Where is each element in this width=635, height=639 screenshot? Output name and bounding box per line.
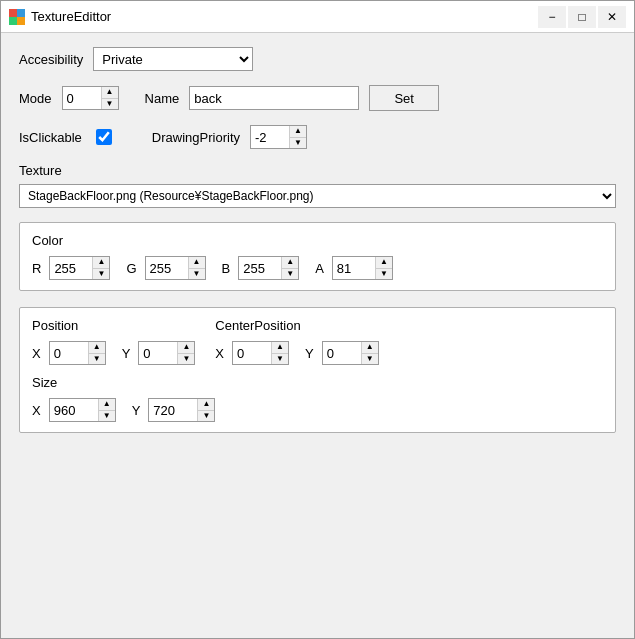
- color-b-spinner[interactable]: ▲ ▼: [238, 256, 299, 280]
- center-xy-row: X ▲ ▼ Y ▲: [215, 341, 378, 365]
- size-y-input[interactable]: [149, 399, 197, 421]
- size-x-label: X: [32, 403, 41, 418]
- size-x-input[interactable]: [50, 399, 98, 421]
- isclickable-row: IsClickable DrawingPriority ▲ ▼: [19, 125, 616, 149]
- texture-label: Texture: [19, 163, 616, 178]
- position-y-spinner[interactable]: ▲ ▼: [138, 341, 195, 365]
- position-x-input[interactable]: [50, 342, 88, 364]
- position-y-input[interactable]: [139, 342, 177, 364]
- size-x-spinner[interactable]: ▲ ▼: [49, 398, 116, 422]
- mode-spin-up[interactable]: ▲: [102, 87, 118, 99]
- size-x-spin-down[interactable]: ▼: [99, 411, 115, 422]
- size-y-spin-down[interactable]: ▼: [198, 411, 214, 422]
- color-b-spin-buttons: ▲ ▼: [281, 257, 298, 279]
- texture-select[interactable]: StageBackFloor.png (Resource¥StageBackFl…: [19, 184, 616, 208]
- mode-spinner[interactable]: ▲ ▼: [62, 86, 119, 110]
- color-a-spin-down[interactable]: ▼: [376, 269, 392, 280]
- drawing-priority-spin-up[interactable]: ▲: [290, 126, 306, 138]
- position-y-spin-up[interactable]: ▲: [178, 342, 194, 354]
- color-b-spin-down[interactable]: ▼: [282, 269, 298, 280]
- center-position-title: CenterPosition: [215, 318, 378, 333]
- mode-label: Mode: [19, 91, 52, 106]
- size-title: Size: [32, 375, 603, 390]
- center-x-label: X: [215, 346, 224, 361]
- size-x-spin-up[interactable]: ▲: [99, 399, 115, 411]
- center-y-spinner[interactable]: ▲ ▼: [322, 341, 379, 365]
- size-y-spinner[interactable]: ▲ ▼: [148, 398, 215, 422]
- color-r-spin-up[interactable]: ▲: [93, 257, 109, 269]
- color-a-input[interactable]: [333, 257, 375, 279]
- color-b-label: B: [222, 261, 231, 276]
- color-g-label: G: [126, 261, 136, 276]
- main-window: TextureEdittor − □ ✕ Accesibility Privat…: [0, 0, 635, 639]
- color-g-spin-down[interactable]: ▼: [189, 269, 205, 280]
- minimize-button[interactable]: −: [538, 6, 566, 28]
- position-x-label: X: [32, 346, 41, 361]
- svg-rect-1: [17, 9, 25, 17]
- window-controls: − □ ✕: [538, 6, 626, 28]
- center-y-label: Y: [305, 346, 314, 361]
- position-y-label: Y: [122, 346, 131, 361]
- name-input[interactable]: [189, 86, 359, 110]
- color-b-input[interactable]: [239, 257, 281, 279]
- color-a-spinner[interactable]: ▲ ▼: [332, 256, 393, 280]
- size-y-spin-up[interactable]: ▲: [198, 399, 214, 411]
- center-y-spin-buttons: ▲ ▼: [361, 342, 378, 364]
- app-icon: [9, 9, 25, 25]
- name-label: Name: [145, 91, 180, 106]
- maximize-button[interactable]: □: [568, 6, 596, 28]
- center-position-section: CenterPosition X ▲ ▼ Y: [215, 318, 378, 365]
- color-title: Color: [32, 233, 603, 248]
- color-g-spin-buttons: ▲ ▼: [188, 257, 205, 279]
- color-r-spinner[interactable]: ▲ ▼: [49, 256, 110, 280]
- mode-name-row: Mode ▲ ▼ Name Set: [19, 85, 616, 111]
- isclickable-checkbox[interactable]: [96, 129, 112, 145]
- position-y-spin-down[interactable]: ▼: [178, 354, 194, 365]
- color-b-spin-up[interactable]: ▲: [282, 257, 298, 269]
- position-xy-row: X ▲ ▼ Y ▲: [32, 341, 195, 365]
- title-bar: TextureEdittor − □ ✕: [1, 1, 634, 33]
- content-area: Accesibility Private Mode ▲ ▼ Name Set I…: [1, 33, 634, 638]
- size-section: Size X ▲ ▼ Y ▲ ▼: [32, 375, 603, 422]
- accessibility-label: Accesibility: [19, 52, 83, 67]
- color-a-label: A: [315, 261, 324, 276]
- center-x-input[interactable]: [233, 342, 271, 364]
- center-y-spin-up[interactable]: ▲: [362, 342, 378, 354]
- color-g-spinner[interactable]: ▲ ▼: [145, 256, 206, 280]
- accessibility-select[interactable]: Private: [93, 47, 253, 71]
- size-x-spin-buttons: ▲ ▼: [98, 399, 115, 421]
- color-r-label: R: [32, 261, 41, 276]
- color-g-input[interactable]: [146, 257, 188, 279]
- center-x-spinner[interactable]: ▲ ▼: [232, 341, 289, 365]
- drawing-priority-spinner[interactable]: ▲ ▼: [250, 125, 307, 149]
- drawing-priority-label: DrawingPriority: [152, 130, 240, 145]
- color-r-input[interactable]: [50, 257, 92, 279]
- center-y-input[interactable]: [323, 342, 361, 364]
- color-group: Color R ▲ ▼ G ▲ ▼ B: [19, 222, 616, 291]
- color-a-spin-up[interactable]: ▲: [376, 257, 392, 269]
- mode-spin-down[interactable]: ▼: [102, 99, 118, 110]
- drawing-priority-spin-down[interactable]: ▼: [290, 138, 306, 149]
- svg-rect-0: [9, 9, 17, 17]
- close-button[interactable]: ✕: [598, 6, 626, 28]
- mode-input[interactable]: [63, 87, 101, 109]
- position-title: Position: [32, 318, 195, 333]
- drawing-priority-input[interactable]: [251, 126, 289, 148]
- center-x-spin-up[interactable]: ▲: [272, 342, 288, 354]
- color-r-spin-down[interactable]: ▼: [93, 269, 109, 280]
- position-y-spin-buttons: ▲ ▼: [177, 342, 194, 364]
- center-x-spin-down[interactable]: ▼: [272, 354, 288, 365]
- set-button[interactable]: Set: [369, 85, 439, 111]
- center-x-spin-buttons: ▲ ▼: [271, 342, 288, 364]
- color-g-spin-up[interactable]: ▲: [189, 257, 205, 269]
- position-section: Position X ▲ ▼ Y: [32, 318, 195, 365]
- texture-section: Texture StageBackFloor.png (Resource¥Sta…: [19, 163, 616, 208]
- position-x-spin-up[interactable]: ▲: [89, 342, 105, 354]
- center-y-spin-down[interactable]: ▼: [362, 354, 378, 365]
- position-x-spinner[interactable]: ▲ ▼: [49, 341, 106, 365]
- position-group: Position X ▲ ▼ Y: [19, 307, 616, 433]
- pos-centerpos-row: Position X ▲ ▼ Y: [32, 318, 603, 365]
- size-y-spin-buttons: ▲ ▼: [197, 399, 214, 421]
- position-x-spin-down[interactable]: ▼: [89, 354, 105, 365]
- drawing-priority-spin-buttons: ▲ ▼: [289, 126, 306, 148]
